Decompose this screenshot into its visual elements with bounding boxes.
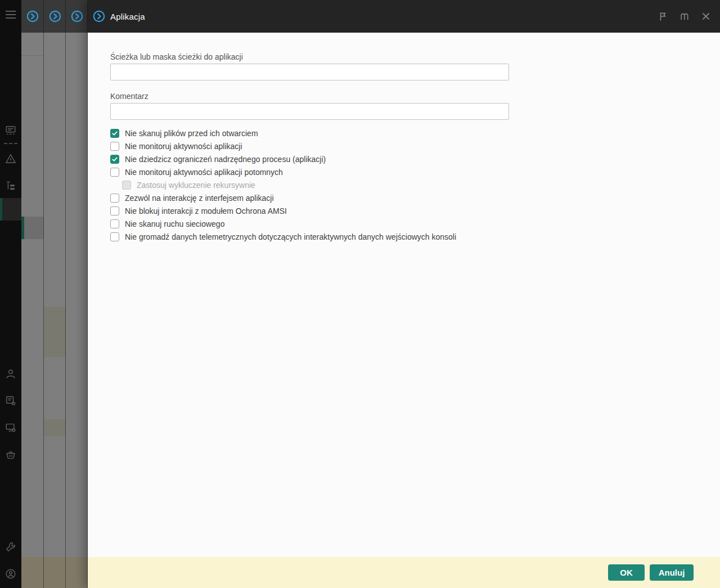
checkbox-row: Nie gromadź danych telemetrycznych dotyc…	[110, 232, 698, 241]
checkmark-icon	[111, 130, 118, 137]
checkbox-row: Nie skanuj ruchu sieciowego	[110, 219, 698, 228]
panel-content: Ścieżka lub maska ścieżki do aplikacji K…	[88, 33, 720, 557]
checkbox[interactable]	[110, 129, 119, 138]
stacked-panel-3	[66, 0, 88, 588]
panel-chevron-icon	[26, 10, 39, 23]
book-icon[interactable]	[680, 11, 690, 21]
checkbox-label: Nie skanuj ruchu sieciowego	[125, 219, 224, 228]
path-input[interactable]	[110, 64, 509, 80]
cancel-button[interactable]: Anuluj	[650, 564, 694, 581]
checkbox-row: Zezwól na interakcję z interfejsem aplik…	[110, 194, 698, 203]
checkbox-label: Nie monitoruj aktywności aplikacji potom…	[125, 168, 283, 177]
checkbox-row: Zastosuj wykluczenie rekursywnie	[122, 181, 698, 190]
checkbox[interactable]	[110, 194, 119, 203]
hierarchy-icon[interactable]	[0, 179, 21, 192]
panel-chevron-icon	[49, 10, 61, 23]
settings-wrench-icon[interactable]	[0, 540, 21, 554]
comment-input[interactable]	[110, 103, 509, 120]
checkbox-label: Nie blokuj interakcji z modułem Ochrona …	[125, 207, 287, 216]
stacked-panel-3-header[interactable]	[66, 0, 88, 33]
panel-header: Aplikacja	[88, 0, 720, 33]
checkbox-row: Nie skanuj plików przed ich otwarciem	[110, 129, 698, 138]
sidebar-item-selected[interactable]	[0, 198, 21, 221]
policy-gear-icon[interactable]	[0, 394, 21, 407]
checkbox	[122, 181, 131, 190]
checkbox-list: Nie skanuj plików przed ich otwarciem Ni…	[110, 129, 698, 241]
stacked-panel-1	[21, 0, 44, 588]
checkbox-row: Nie monitoruj aktywności aplikacji potom…	[110, 168, 698, 177]
checkmark-icon	[111, 156, 118, 163]
stacked-panel-1-body	[21, 33, 44, 557]
checkbox-label: Zastosuj wykluczenie rekursywnie	[137, 181, 255, 190]
stacked-panel-2-header[interactable]	[44, 0, 66, 33]
dimmed-selected-row	[21, 217, 44, 239]
ok-button[interactable]: OK	[608, 564, 645, 581]
checkbox-label: Zezwól na interakcję z interfejsem aplik…	[125, 194, 274, 203]
close-icon[interactable]	[701, 11, 711, 21]
checkbox-row: Nie blokuj interakcji z modułem Ochrona …	[110, 207, 698, 216]
checkbox[interactable]	[110, 155, 119, 164]
checkbox[interactable]	[110, 232, 119, 241]
comment-field-label: Komentarz	[110, 92, 698, 101]
checkbox-label: Nie dziedzicz ograniczeń nadrzędnego pro…	[125, 155, 326, 164]
stacked-panel-3-footer	[66, 557, 88, 588]
checkbox-row: Nie monitoruj aktywności aplikacji	[110, 142, 698, 151]
checkbox-label: Nie monitoruj aktywności aplikacji	[125, 142, 242, 151]
monitoring-icon[interactable]	[0, 124, 21, 137]
account-icon[interactable]	[0, 567, 21, 581]
stacked-panel-2-footer	[44, 557, 66, 588]
stacked-panel-2	[44, 0, 66, 588]
path-field-label: Ścieżka lub maska ścieżki do aplikacji	[110, 52, 698, 61]
app-sidebar	[0, 0, 21, 588]
checkbox-label: Nie gromadź danych telemetrycznych dotyc…	[125, 232, 456, 241]
user-icon[interactable]	[0, 367, 21, 380]
checkbox-row: Nie dziedzicz ograniczeń nadrzędnego pro…	[110, 155, 698, 164]
flag-icon[interactable]	[658, 11, 668, 21]
header-actions	[658, 11, 711, 21]
alerts-icon[interactable]	[0, 152, 21, 165]
checkbox[interactable]	[110, 219, 119, 228]
stacked-panel-3-body	[66, 33, 88, 557]
menu-icon[interactable]	[0, 8, 21, 21]
panel-chevron-icon	[71, 10, 83, 23]
panel-footer: OK Anuluj	[88, 557, 720, 588]
checkbox[interactable]	[110, 168, 119, 177]
stacked-panel-1-header[interactable]	[21, 0, 44, 33]
page-title: Aplikacja	[110, 12, 145, 21]
device-gear-icon[interactable]	[0, 421, 21, 434]
stacked-panel-2-body	[44, 33, 66, 557]
marketplace-basket-icon[interactable]	[0, 448, 21, 461]
stacked-panel-1-footer	[21, 557, 44, 588]
checkbox[interactable]	[110, 142, 119, 151]
application-panel: Aplikacja Ścieżka lub maska ścieżki do a…	[88, 0, 720, 588]
sidebar-divider	[4, 143, 17, 144]
checkbox-label: Nie skanuj plików przed ich otwarciem	[125, 129, 258, 138]
panel-chevron-icon	[93, 10, 105, 23]
checkbox[interactable]	[110, 207, 119, 216]
